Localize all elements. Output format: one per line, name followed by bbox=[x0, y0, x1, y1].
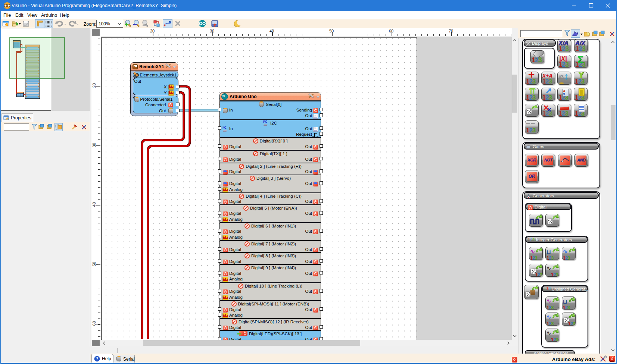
svg-text:?: ? bbox=[96, 357, 99, 361]
